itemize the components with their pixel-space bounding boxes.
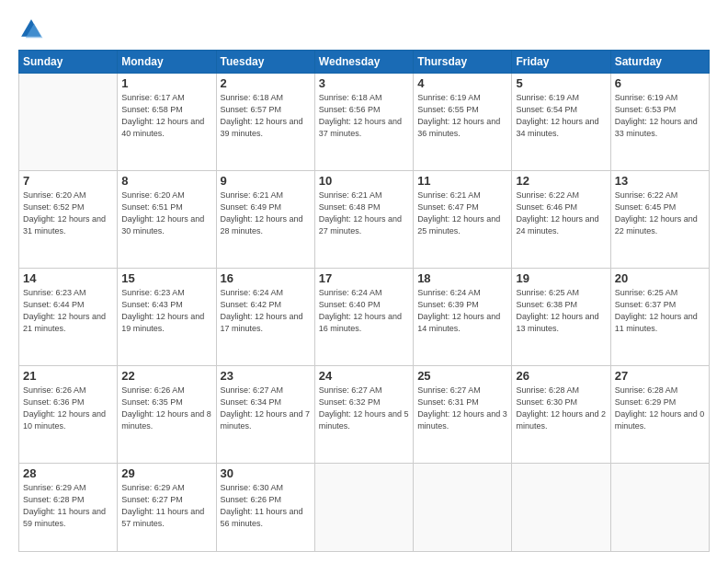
calendar-week-1: 7Sunrise: 6:20 AMSunset: 6:52 PMDaylight… bbox=[19, 170, 710, 268]
day-number: 3 bbox=[319, 76, 409, 90]
day-number: 24 bbox=[319, 369, 409, 383]
calendar-cell: 16Sunrise: 6:24 AMSunset: 6:42 PMDayligh… bbox=[216, 268, 314, 365]
day-number: 27 bbox=[615, 369, 705, 383]
calendar-cell: 29Sunrise: 6:29 AMSunset: 6:27 PMDayligh… bbox=[118, 463, 216, 551]
day-number: 10 bbox=[319, 174, 409, 188]
day-number: 12 bbox=[516, 174, 606, 188]
day-info: Sunrise: 6:26 AMSunset: 6:36 PMDaylight:… bbox=[23, 385, 113, 432]
day-number: 22 bbox=[121, 369, 211, 383]
day-number: 6 bbox=[615, 76, 705, 90]
day-number: 15 bbox=[121, 271, 211, 285]
day-info: Sunrise: 6:21 AMSunset: 6:48 PMDaylight:… bbox=[319, 190, 409, 237]
calendar-cell: 13Sunrise: 6:22 AMSunset: 6:45 PMDayligh… bbox=[610, 170, 709, 268]
day-number: 2 bbox=[221, 76, 311, 90]
day-info: Sunrise: 6:20 AMSunset: 6:52 PMDaylight:… bbox=[23, 190, 113, 237]
calendar-cell: 7Sunrise: 6:20 AMSunset: 6:52 PMDaylight… bbox=[19, 170, 118, 268]
day-info: Sunrise: 6:18 AMSunset: 6:57 PMDaylight:… bbox=[221, 92, 311, 140]
day-number: 29 bbox=[121, 466, 211, 480]
calendar-cell: 17Sunrise: 6:24 AMSunset: 6:40 PMDayligh… bbox=[314, 268, 413, 365]
logo-icon bbox=[18, 17, 44, 42]
day-number: 21 bbox=[23, 369, 113, 383]
day-number: 17 bbox=[319, 271, 409, 285]
calendar-cell: 9Sunrise: 6:21 AMSunset: 6:49 PMDaylight… bbox=[216, 170, 314, 268]
calendar-cell: 11Sunrise: 6:21 AMSunset: 6:47 PMDayligh… bbox=[414, 170, 512, 268]
day-info: Sunrise: 6:23 AMSunset: 6:44 PMDaylight:… bbox=[23, 287, 113, 335]
calendar-cell: 1Sunrise: 6:17 AMSunset: 6:58 PMDaylight… bbox=[118, 74, 216, 171]
day-info: Sunrise: 6:21 AMSunset: 6:49 PMDaylight:… bbox=[221, 190, 311, 237]
day-info: Sunrise: 6:22 AMSunset: 6:46 PMDaylight:… bbox=[516, 190, 606, 237]
day-info: Sunrise: 6:20 AMSunset: 6:51 PMDaylight:… bbox=[121, 190, 211, 237]
calendar-cell bbox=[610, 463, 709, 551]
day-info: Sunrise: 6:28 AMSunset: 6:29 PMDaylight:… bbox=[615, 385, 705, 432]
day-number: 8 bbox=[121, 174, 211, 188]
day-info: Sunrise: 6:27 AMSunset: 6:34 PMDaylight:… bbox=[221, 385, 311, 432]
day-number: 9 bbox=[221, 174, 311, 188]
col-header-tuesday: Tuesday bbox=[216, 51, 314, 74]
day-number: 5 bbox=[516, 76, 606, 90]
calendar-week-4: 28Sunrise: 6:29 AMSunset: 6:28 PMDayligh… bbox=[19, 463, 710, 551]
calendar-cell bbox=[414, 463, 512, 551]
day-info: Sunrise: 6:25 AMSunset: 6:37 PMDaylight:… bbox=[615, 287, 705, 335]
calendar-cell: 26Sunrise: 6:28 AMSunset: 6:30 PMDayligh… bbox=[512, 365, 610, 463]
day-info: Sunrise: 6:30 AMSunset: 6:26 PMDaylight:… bbox=[221, 482, 311, 530]
calendar-cell: 24Sunrise: 6:27 AMSunset: 6:32 PMDayligh… bbox=[314, 365, 413, 463]
day-info: Sunrise: 6:22 AMSunset: 6:45 PMDaylight:… bbox=[615, 190, 705, 237]
calendar-cell: 2Sunrise: 6:18 AMSunset: 6:57 PMDaylight… bbox=[216, 74, 314, 171]
day-info: Sunrise: 6:19 AMSunset: 6:54 PMDaylight:… bbox=[516, 92, 606, 140]
calendar-cell: 3Sunrise: 6:18 AMSunset: 6:56 PMDaylight… bbox=[314, 74, 413, 171]
calendar-cell: 14Sunrise: 6:23 AMSunset: 6:44 PMDayligh… bbox=[19, 268, 118, 365]
logo bbox=[18, 17, 48, 42]
day-number: 28 bbox=[23, 466, 113, 480]
day-info: Sunrise: 6:28 AMSunset: 6:30 PMDaylight:… bbox=[516, 385, 606, 432]
day-number: 16 bbox=[221, 271, 311, 285]
day-info: Sunrise: 6:29 AMSunset: 6:27 PMDaylight:… bbox=[121, 482, 211, 530]
calendar-cell: 30Sunrise: 6:30 AMSunset: 6:26 PMDayligh… bbox=[216, 463, 314, 551]
day-number: 19 bbox=[516, 271, 606, 285]
day-number: 11 bbox=[417, 174, 507, 188]
calendar-cell bbox=[19, 74, 118, 171]
day-info: Sunrise: 6:17 AMSunset: 6:58 PMDaylight:… bbox=[121, 92, 211, 140]
calendar-cell bbox=[512, 463, 610, 551]
day-number: 25 bbox=[417, 369, 507, 383]
calendar-week-0: 1Sunrise: 6:17 AMSunset: 6:58 PMDaylight… bbox=[19, 74, 710, 171]
calendar-cell: 22Sunrise: 6:26 AMSunset: 6:35 PMDayligh… bbox=[118, 365, 216, 463]
page: SundayMondayTuesdayWednesdayThursdayFrid… bbox=[0, 0, 728, 563]
calendar-cell: 8Sunrise: 6:20 AMSunset: 6:51 PMDaylight… bbox=[118, 170, 216, 268]
col-header-sunday: Sunday bbox=[19, 51, 118, 74]
calendar-cell: 6Sunrise: 6:19 AMSunset: 6:53 PMDaylight… bbox=[610, 74, 709, 171]
col-header-saturday: Saturday bbox=[610, 51, 709, 74]
calendar-cell: 20Sunrise: 6:25 AMSunset: 6:37 PMDayligh… bbox=[610, 268, 709, 365]
day-info: Sunrise: 6:23 AMSunset: 6:43 PMDaylight:… bbox=[121, 287, 211, 335]
calendar-cell: 28Sunrise: 6:29 AMSunset: 6:28 PMDayligh… bbox=[19, 463, 118, 551]
day-number: 26 bbox=[516, 369, 606, 383]
calendar-cell: 10Sunrise: 6:21 AMSunset: 6:48 PMDayligh… bbox=[314, 170, 413, 268]
calendar-header-row: SundayMondayTuesdayWednesdayThursdayFrid… bbox=[19, 51, 710, 74]
calendar-cell: 23Sunrise: 6:27 AMSunset: 6:34 PMDayligh… bbox=[216, 365, 314, 463]
day-number: 20 bbox=[615, 271, 705, 285]
col-header-thursday: Thursday bbox=[414, 51, 512, 74]
day-info: Sunrise: 6:19 AMSunset: 6:55 PMDaylight:… bbox=[417, 92, 507, 140]
day-number: 1 bbox=[121, 76, 211, 90]
calendar-cell: 27Sunrise: 6:28 AMSunset: 6:29 PMDayligh… bbox=[610, 365, 709, 463]
day-info: Sunrise: 6:27 AMSunset: 6:31 PMDaylight:… bbox=[417, 385, 507, 432]
day-number: 4 bbox=[417, 76, 507, 90]
calendar-cell: 5Sunrise: 6:19 AMSunset: 6:54 PMDaylight… bbox=[512, 74, 610, 171]
day-info: Sunrise: 6:25 AMSunset: 6:38 PMDaylight:… bbox=[516, 287, 606, 335]
calendar-cell: 4Sunrise: 6:19 AMSunset: 6:55 PMDaylight… bbox=[414, 74, 512, 171]
day-info: Sunrise: 6:21 AMSunset: 6:47 PMDaylight:… bbox=[417, 190, 507, 237]
calendar-cell: 12Sunrise: 6:22 AMSunset: 6:46 PMDayligh… bbox=[512, 170, 610, 268]
day-info: Sunrise: 6:19 AMSunset: 6:53 PMDaylight:… bbox=[615, 92, 705, 140]
calendar-cell: 25Sunrise: 6:27 AMSunset: 6:31 PMDayligh… bbox=[414, 365, 512, 463]
day-info: Sunrise: 6:18 AMSunset: 6:56 PMDaylight:… bbox=[319, 92, 409, 140]
day-info: Sunrise: 6:26 AMSunset: 6:35 PMDaylight:… bbox=[121, 385, 211, 432]
day-info: Sunrise: 6:27 AMSunset: 6:32 PMDaylight:… bbox=[319, 385, 409, 432]
day-number: 23 bbox=[221, 369, 311, 383]
calendar-cell: 15Sunrise: 6:23 AMSunset: 6:43 PMDayligh… bbox=[118, 268, 216, 365]
calendar-week-2: 14Sunrise: 6:23 AMSunset: 6:44 PMDayligh… bbox=[19, 268, 710, 365]
calendar-cell: 18Sunrise: 6:24 AMSunset: 6:39 PMDayligh… bbox=[414, 268, 512, 365]
header bbox=[18, 17, 710, 42]
day-info: Sunrise: 6:24 AMSunset: 6:42 PMDaylight:… bbox=[221, 287, 311, 335]
col-header-monday: Monday bbox=[118, 51, 216, 74]
calendar-table: SundayMondayTuesdayWednesdayThursdayFrid… bbox=[18, 50, 710, 552]
calendar-cell: 21Sunrise: 6:26 AMSunset: 6:36 PMDayligh… bbox=[19, 365, 118, 463]
